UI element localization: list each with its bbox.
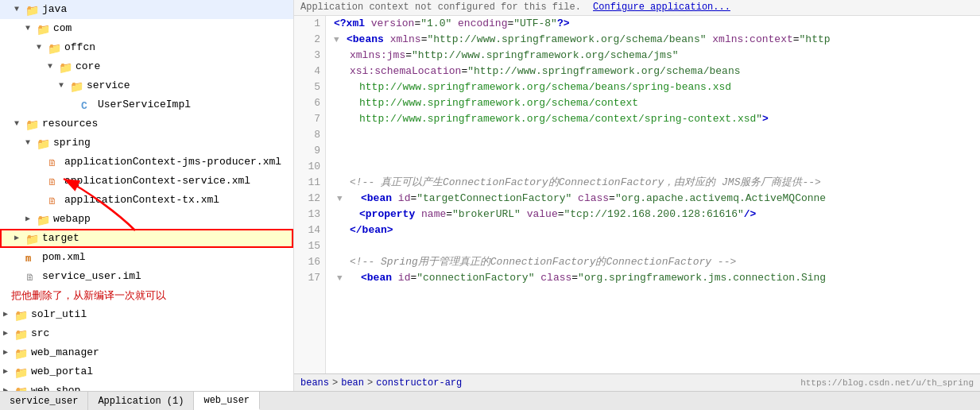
code-content[interactable]: <?xml version="1.0" encoding="UTF-8" ?> … (326, 16, 980, 373)
tree-item-appctxtx[interactable]: ▼ 🗎 applicationContext-tx.xml (0, 191, 293, 210)
breadcrumb-beans[interactable]: beans (300, 377, 329, 389)
code-line-8 (334, 127, 980, 143)
tab-web-user[interactable]: web_user (194, 392, 260, 410)
arrow-spacer4: ▼ (37, 192, 48, 208)
str2: "UTF-8" (513, 16, 557, 32)
label-service: service (87, 78, 130, 94)
tree-item-web-portal[interactable]: ▶ 📁 web_portal (0, 362, 293, 381)
tree-item-solr-util[interactable]: ▶ 📁 solr_util (0, 305, 293, 324)
str-jms: "http://www.springframework.org/schema/j… (412, 48, 678, 64)
code-line-2: <beans xmlns="http://www.springframework… (334, 32, 980, 48)
tree-item-com[interactable]: ▼ 📁 com (0, 19, 293, 38)
prop-tag: property (366, 207, 415, 222)
folder-icon-resources: 📁 (25, 118, 40, 130)
arrow-web-shop[interactable]: ▶ (3, 383, 14, 391)
file-tree[interactable]: ▼ 📁 java ▼ 📁 com ▼ 📁 offcn ▼ 📁 core ▼ 📁 (0, 0, 294, 391)
folder-icon-java: 📁 (25, 3, 40, 16)
arrow-webapp[interactable]: ▶ (25, 211, 37, 227)
editor-code-area[interactable]: 12345 678910 1112131415 1617 <?xml versi… (294, 16, 980, 373)
tree-item-userserviceimpl[interactable]: ▼ C UserServiceImpl (0, 95, 293, 114)
tab-label-service-user: service_user (10, 396, 78, 407)
folder-icon-solr-util: 📁 (14, 308, 29, 321)
tree-item-pomxml[interactable]: ▼ m pom.xml (0, 248, 293, 267)
selfclose-13: /> (744, 207, 757, 222)
configure-link[interactable]: Configure application... (593, 2, 730, 13)
label-core: core (76, 59, 100, 75)
arrow-service[interactable]: ▼ (59, 78, 70, 94)
tree-item-java[interactable]: ▼ 📁 java (0, 0, 293, 19)
tree-item-web-manager[interactable]: ▶ 📁 web_manager (0, 343, 293, 362)
tree-item-webapp[interactable]: ▶ 📁 webapp (0, 210, 293, 229)
str-ctx: "http (800, 32, 831, 48)
tree-item-target[interactable]: ▶ 📁 target (0, 229, 293, 248)
arrow-src[interactable]: ▶ (3, 326, 14, 342)
bean-tag-17: bean (367, 270, 392, 286)
code-line-15 (334, 238, 980, 254)
breadcrumb-sep1: > (332, 377, 338, 389)
tree-item-appctxservice[interactable]: ▼ 🗎 applicationContext-service.xml (0, 172, 293, 191)
tree-item-src[interactable]: ▶ 📁 src (0, 324, 293, 343)
label-appctxjms: applicationContext-jms-producer.xml (64, 154, 281, 170)
tree-item-spring[interactable]: ▼ 📁 spring (0, 133, 293, 153)
label-web-portal: web_portal (31, 364, 93, 380)
arrow-com[interactable]: ▼ (25, 21, 37, 37)
code-line-7: http://www.springframework.org/schema/co… (334, 111, 980, 127)
attr-xmlns: xmlns (384, 32, 421, 48)
tab-application[interactable]: Application (1) (88, 392, 194, 410)
attr-id-12: id (392, 191, 410, 207)
arrow-core[interactable]: ▼ (48, 59, 59, 75)
attr-jms: xmlns:jms (350, 48, 405, 64)
breadcrumb-bean[interactable]: bean (341, 377, 364, 389)
bean-close-14: bean (362, 222, 387, 238)
tree-item-service[interactable]: ▼ 📁 service (0, 76, 293, 95)
attr-class-12: class (571, 191, 609, 207)
folder-icon-target: 📁 (25, 232, 40, 245)
tree-item-serviceuseriminl[interactable]: ▼ 🗎 service_user.iml (0, 267, 293, 286)
label-spring: spring (53, 135, 91, 151)
folder-icon-offcn: 📁 (48, 41, 62, 54)
folder-icon-service: 📁 (70, 79, 84, 92)
arrow-resources[interactable]: ▼ (14, 116, 25, 132)
tree-item-web-shop[interactable]: ▶ 📁 web_shop (0, 381, 293, 391)
folder-icon-core: 📁 (59, 60, 73, 73)
str-val-13: "tcp://192.168.200.128:61616" (564, 207, 744, 222)
code-line-10 (334, 159, 980, 175)
tab-service-user[interactable]: service_user (0, 392, 88, 410)
bottom-tabs-bar[interactable]: service_user Application (1) web_user (0, 391, 980, 410)
label-web-shop: web_shop (31, 383, 80, 391)
str-id-12: "targetConnectionFactory" (416, 191, 571, 207)
attr: version (365, 16, 414, 32)
arrow-target[interactable]: ▶ (14, 230, 25, 246)
str-name-13: "brokerURL" (452, 207, 521, 222)
arrow-java[interactable]: ▼ (14, 2, 25, 17)
pom-file-icon: m (25, 251, 40, 264)
code-editor: Application context not configured for t… (294, 0, 980, 391)
fold-17[interactable] (337, 270, 347, 286)
folder-icon-web-portal: 📁 (14, 366, 29, 378)
arrow-web-portal[interactable]: ▶ (3, 364, 14, 380)
tree-item-offcn[interactable]: ▼ 📁 offcn (0, 38, 293, 57)
tree-item-core[interactable]: ▼ 📁 core (0, 57, 293, 76)
arrow-offcn[interactable]: ▼ (37, 40, 48, 56)
fold-12[interactable] (337, 191, 347, 207)
lt14: </ (350, 222, 362, 238)
lt12: < (361, 191, 367, 207)
fold-2[interactable] (334, 32, 343, 48)
arrow-web-manager[interactable]: ▶ (3, 345, 14, 361)
code-line-11: <!-- 真正可以产生ConnectionFactory的ConnectionF… (334, 175, 980, 191)
tree-item-resources[interactable]: ▼ 📁 resources (0, 114, 293, 133)
url-ctx: http://www.springframework.org/schema/co… (359, 95, 638, 111)
code-line-1: <?xml version="1.0" encoding="UTF-8" ?> (334, 16, 980, 32)
xml-file-icon-service: 🗎 (48, 175, 62, 188)
arrow-spacer5: ▼ (14, 249, 25, 265)
java-file-icon: C (81, 99, 95, 111)
str: "1.0" (420, 16, 451, 32)
label-solr-util: solr_util (31, 307, 87, 323)
arrow-solr-util[interactable]: ▶ (3, 307, 14, 323)
folder-icon-web-manager: 📁 (14, 346, 29, 359)
arrow-spring[interactable]: ▼ (25, 135, 37, 151)
breadcrumb-constructor-arg[interactable]: constructor-arg (376, 377, 462, 389)
tree-item-appctxjms[interactable]: ▼ 🗎 applicationContext-jms-producer.xml (0, 153, 293, 172)
label-com: com (53, 21, 72, 37)
label-serviceuseriml: service_user.iml (42, 269, 141, 284)
